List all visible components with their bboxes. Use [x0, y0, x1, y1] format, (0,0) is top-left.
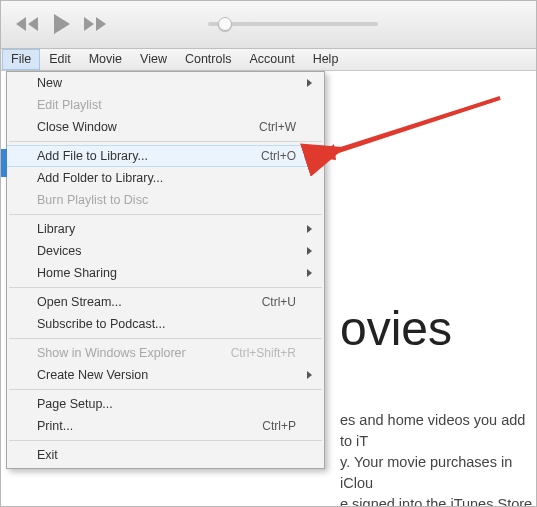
menu-item-print[interactable]: Print...Ctrl+P — [7, 415, 324, 437]
menu-shortcut: Ctrl+U — [262, 295, 296, 309]
menu-item-home-sharing[interactable]: Home Sharing — [7, 262, 324, 284]
selection-indicator — [0, 149, 7, 177]
menu-item-label: Home Sharing — [37, 266, 296, 280]
play-icon[interactable] — [50, 13, 72, 35]
menu-item-new[interactable]: New — [7, 72, 324, 94]
menu-item-show-in-windows-explorer: Show in Windows ExplorerCtrl+Shift+R — [7, 342, 324, 364]
menu-shortcut: Ctrl+W — [259, 120, 296, 134]
menu-item-add-file-to-library[interactable]: Add File to Library...Ctrl+O — [7, 145, 324, 167]
submenu-arrow-icon — [307, 371, 312, 379]
menu-item-add-folder-to-library[interactable]: Add Folder to Library... — [7, 167, 324, 189]
menu-movie[interactable]: Movie — [80, 49, 131, 70]
submenu-arrow-icon — [307, 79, 312, 87]
submenu-arrow-icon — [307, 225, 312, 233]
menu-item-label: Show in Windows Explorer — [37, 346, 231, 360]
menu-view[interactable]: View — [131, 49, 176, 70]
menu-item-label: Create New Version — [37, 368, 296, 382]
playback-toolbar — [0, 0, 537, 49]
menu-shortcut: Ctrl+Shift+R — [231, 346, 296, 360]
menu-item-library[interactable]: Library — [7, 218, 324, 240]
menu-controls[interactable]: Controls — [176, 49, 241, 70]
menubar: FileEditMovieViewControlsAccountHelp — [0, 49, 537, 71]
menu-item-label: Open Stream... — [37, 295, 262, 309]
file-menu-dropdown: NewEdit PlaylistClose WindowCtrl+WAdd Fi… — [6, 71, 325, 469]
menu-item-subscribe-to-podcast[interactable]: Subscribe to Podcast... — [7, 313, 324, 335]
menu-item-close-window[interactable]: Close WindowCtrl+W — [7, 116, 324, 138]
submenu-arrow-icon — [307, 269, 312, 277]
menu-item-open-stream[interactable]: Open Stream...Ctrl+U — [7, 291, 324, 313]
menu-item-devices[interactable]: Devices — [7, 240, 324, 262]
menu-shortcut: Ctrl+O — [261, 149, 296, 163]
menu-separator — [9, 440, 322, 441]
menu-help[interactable]: Help — [304, 49, 348, 70]
menu-item-exit[interactable]: Exit — [7, 444, 324, 466]
menu-account[interactable]: Account — [240, 49, 303, 70]
menu-item-label: Burn Playlist to Disc — [37, 193, 296, 207]
menu-item-label: Page Setup... — [37, 397, 296, 411]
menu-item-label: New — [37, 76, 296, 90]
menu-item-label: Print... — [37, 419, 262, 433]
menu-edit[interactable]: Edit — [40, 49, 80, 70]
menu-separator — [9, 389, 322, 390]
volume-slider[interactable] — [208, 22, 378, 26]
menu-item-label: Library — [37, 222, 296, 236]
menu-item-label: Add File to Library... — [37, 149, 261, 163]
submenu-arrow-icon — [307, 247, 312, 255]
description-text: es and home videos you add to iT y. Your… — [340, 410, 537, 507]
menu-item-label: Edit Playlist — [37, 98, 296, 112]
menu-file[interactable]: File — [2, 49, 40, 70]
menu-item-label: Devices — [37, 244, 296, 258]
menu-separator — [9, 338, 322, 339]
menu-separator — [9, 214, 322, 215]
page-title: ovies — [340, 301, 537, 356]
menu-item-label: Add Folder to Library... — [37, 171, 296, 185]
previous-icon[interactable] — [14, 16, 40, 32]
next-icon[interactable] — [82, 16, 108, 32]
menu-item-page-setup[interactable]: Page Setup... — [7, 393, 324, 415]
menu-item-create-new-version[interactable]: Create New Version — [7, 364, 324, 386]
menu-item-label: Subscribe to Podcast... — [37, 317, 296, 331]
menu-shortcut: Ctrl+P — [262, 419, 296, 433]
menu-item-edit-playlist: Edit Playlist — [7, 94, 324, 116]
menu-separator — [9, 141, 322, 142]
menu-item-burn-playlist-to-disc: Burn Playlist to Disc — [7, 189, 324, 211]
menu-separator — [9, 287, 322, 288]
menu-item-label: Close Window — [37, 120, 259, 134]
menu-item-label: Exit — [37, 448, 296, 462]
